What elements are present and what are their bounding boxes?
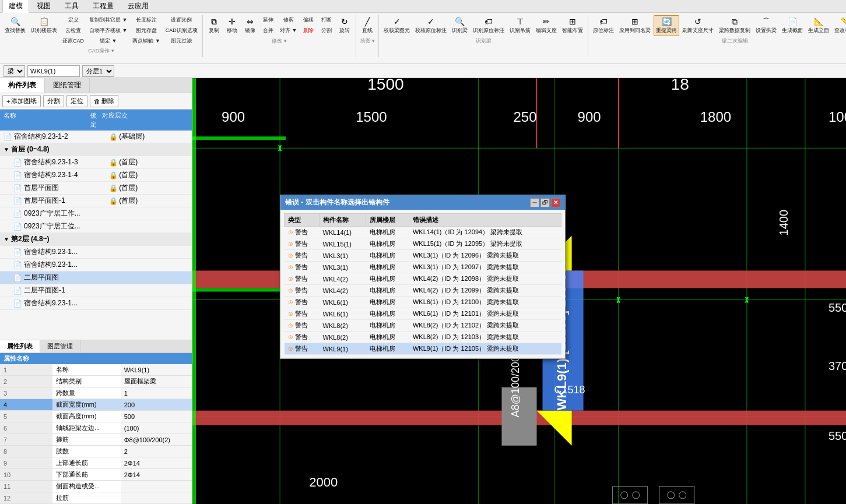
list-item[interactable]: 📄二层平面图-1 (0, 284, 192, 297)
list-item[interactable]: 📄宿舍结构9.23-1... (0, 297, 192, 310)
filter-button[interactable]: 图元过滤 (163, 36, 200, 46)
table-row[interactable]: ⊙ 警告 WKL3(1) 电梯机房 WKL3(1)（ID 为 12096） 梁跨… (285, 250, 561, 262)
prop-value[interactable]: 2Φ14 (121, 457, 192, 469)
copy-button[interactable]: ⧉ 复制 (205, 15, 223, 36)
table-row[interactable]: ⊙ 警告 WKL4(2) 电梯机房 WKL4(2)（ID 为 12098） 梁跨… (285, 273, 561, 285)
tab-props[interactable]: 属性列表 (0, 340, 40, 353)
table-row[interactable]: ⊙ 警告 WKL14(1) 电梯机房 WKL14(1)（ID 为 12094） … (285, 227, 561, 238)
split-button[interactable]: 分割 (43, 95, 64, 107)
copy-layer-button[interactable]: 复制到其它层 ▼ (87, 15, 129, 25)
list-item-selected[interactable]: 📄二层平面图 (0, 272, 192, 284)
two-point-axis-button[interactable]: 两点辅轴 ▼ (130, 36, 162, 46)
list-item[interactable]: 📄首层平面图 🔒 (首层) (0, 182, 192, 195)
prop-value[interactable]: Φ8@100/200(2) (121, 434, 192, 446)
floor-selector[interactable]: 分层1 (82, 65, 114, 77)
cad-canvas-area[interactable]: 1500 18 900 1500 250 900 1800 100 1400 5… (192, 78, 846, 504)
table-row[interactable]: ⊙ 警告 WKL8(2) 电梯机房 WKL8(2)（ID 为 12103） 梁跨… (285, 332, 561, 343)
align-button[interactable]: 对齐 ▼ (278, 26, 299, 36)
identify-layer-button[interactable]: 📋 识别楼层表 (29, 15, 59, 36)
tab-cloud[interactable]: 云应用 (121, 0, 155, 13)
drawing-save-button[interactable]: 图元存盘 (130, 26, 162, 36)
length-label-button[interactable]: 长度标注 (130, 15, 162, 25)
find-replace-button[interactable]: 🔍 查找替换 (2, 15, 28, 36)
collapse-icon[interactable]: ▼ (3, 146, 9, 153)
prop-value[interactable] (121, 492, 192, 504)
check-height-button[interactable]: 📏 查改标高 (832, 15, 846, 36)
prop-value[interactable]: 2Φ14 (121, 469, 192, 481)
collapse-icon[interactable]: ▼ (3, 236, 9, 242)
prop-value[interactable]: 200 (121, 399, 192, 411)
beam-name-input[interactable] (27, 65, 80, 77)
verify-drawing-button[interactable]: ✓ 校核梁图元 (381, 15, 412, 36)
locate-button[interactable]: 定位 (66, 95, 87, 107)
cad-identify-button[interactable]: CAD识别选项 (163, 26, 200, 36)
snow-check-button[interactable]: 云检查 (60, 26, 86, 36)
generate-section-button[interactable]: 📄 生成截面 (780, 15, 805, 36)
tab-quantity[interactable]: 工程量 (86, 0, 120, 13)
table-row[interactable]: ⊙ 警告 WKL6(1) 电梯机房 WKL6(1)（ID 为 12101） 梁跨… (285, 308, 561, 320)
dialog-close-button[interactable]: ✕ (551, 198, 560, 207)
origin-label-button[interactable]: 🏷 原位标注 (591, 15, 616, 36)
restore-cad-button[interactable]: 还原CAD (60, 36, 86, 46)
prop-value[interactable]: 500 (121, 411, 192, 422)
prop-value[interactable] (121, 481, 192, 492)
mirror-button[interactable]: ⇔ 镜像 (241, 15, 259, 36)
prop-value[interactable]: 1 (121, 387, 192, 399)
table-row[interactable]: ⊙ 警告 WKL15(1) 电梯机房 WKL15(1)（ID 为 12095） … (285, 238, 561, 250)
re-lift-span-button[interactable]: 🔄 重提梁跨 (654, 15, 679, 36)
table-row[interactable]: ⊙ 警告 WKL4(2) 电梯机房 WKL4(2)（ID 为 12099） 梁跨… (285, 285, 561, 297)
offset-button[interactable]: 偏移 (300, 15, 317, 25)
edit-support-button[interactable]: ✏ 编辑支座 (533, 15, 559, 36)
list-item[interactable]: 📄宿舍结构9.23-1... (0, 259, 192, 272)
table-row[interactable]: ⊙ 警告 WKL8(2) 电梯机房 WKL8(2)（ID 为 12102） 梁跨… (285, 320, 561, 332)
line-button[interactable]: ╱ 直线 (359, 15, 376, 36)
table-row[interactable]: ⊙ 警告 WKL9(1) 电梯机房 WKL9(1)（ID 为 12105） 梁跨… (285, 343, 561, 355)
break-button[interactable]: 打断 (318, 15, 335, 25)
add-drawing-button[interactable]: + 添加图纸 (2, 95, 41, 107)
rotate-button[interactable]: ↻ 旋转 (336, 15, 353, 36)
verify-origin-button[interactable]: ✓ 校核原位标注 (413, 15, 449, 36)
divide-button[interactable]: 分割 (318, 26, 335, 36)
identify-beam-button[interactable]: 🔍 识别梁 (450, 15, 470, 36)
tab-modeling[interactable]: 建模 (2, 0, 29, 13)
list-item[interactable]: 📄宿舍结构9.23-1-4 🔒 (首层) (0, 169, 192, 182)
table-row[interactable]: ⊙ 警告 WKL6(1) 电梯机房 WKL6(1)（ID 为 12100） 梁跨… (285, 297, 561, 308)
dialog-minimize-button[interactable]: ─ (530, 198, 539, 207)
identify-origin-button[interactable]: 🏷 识别原位标注 (471, 15, 507, 36)
prop-value[interactable]: 屋面框架梁 (121, 376, 192, 387)
trim-button[interactable]: 修剪 (278, 15, 299, 25)
dialog-restore-button[interactable]: 🗗 (540, 198, 550, 207)
set-arch-button[interactable]: ⌒ 设置拱梁 (753, 15, 779, 36)
auto-floor-button[interactable]: 自动平齐楼板 ▼ (87, 26, 129, 36)
panel-delete-button[interactable]: 🗑 删除 (90, 95, 118, 107)
list-item[interactable]: 📄宿舍结构9.23-1-3 🔒 (首层) (0, 156, 192, 169)
merge-button[interactable]: 合并 (259, 26, 277, 36)
list-item[interactable]: 📄0923广宁居工位... (0, 220, 192, 233)
lock-button[interactable]: 锁定 ▼ (87, 36, 129, 46)
prop-value[interactable]: (100) (121, 422, 192, 434)
apply-same-button[interactable]: ⊞ 应用到同名梁 (617, 15, 653, 36)
tab-view[interactable]: 视图 (30, 0, 57, 13)
refresh-size-button[interactable]: ↺ 刷新支座尺寸 (680, 15, 716, 36)
beam-data-copy-button[interactable]: ⧉ 梁跨数据复制 (717, 15, 753, 36)
prop-value[interactable]: WKL9(1) (121, 364, 192, 376)
tab-layer-mgr[interactable]: 图层管理 (40, 340, 80, 353)
tab-drawing-management[interactable]: 图纸管理 (45, 78, 90, 93)
set-ratio-button[interactable]: 设置比例 (163, 15, 200, 25)
tab-tools[interactable]: 工具 (58, 0, 85, 13)
prop-value[interactable]: 2 (121, 446, 192, 457)
type-selector[interactable]: 梁 (3, 65, 25, 77)
delete-button[interactable]: 删除 (300, 26, 317, 36)
list-group[interactable]: ▼ 首层 (0~4.8) (0, 143, 192, 156)
list-item[interactable]: 📄宿舍结构9.23-1... (0, 246, 192, 259)
list-item[interactable]: 📄0923广宁居工作... (0, 207, 192, 220)
table-row[interactable]: ⊙ 警告 WKL3(1) 电梯机房 WKL3(1)（ID 为 12097） 梁跨… (285, 262, 561, 273)
tab-component-list[interactable]: 构件列表 (0, 78, 45, 93)
generate-elevation-button[interactable]: 📐 生成立面 (806, 15, 831, 36)
list-item[interactable]: 📄宿舍结构9.23-1-2 🔒 (基础层) (0, 131, 192, 143)
extend-button[interactable]: 延伸 (259, 15, 277, 25)
list-group[interactable]: ▼ 第2层 (4.8~) (0, 233, 192, 246)
list-item[interactable]: 📄首层平面图-1 🔒 (首层) (0, 195, 192, 207)
define-button[interactable]: 定义 (60, 15, 86, 25)
smart-layout-button[interactable]: ⊞ 智能布置 (560, 15, 585, 36)
